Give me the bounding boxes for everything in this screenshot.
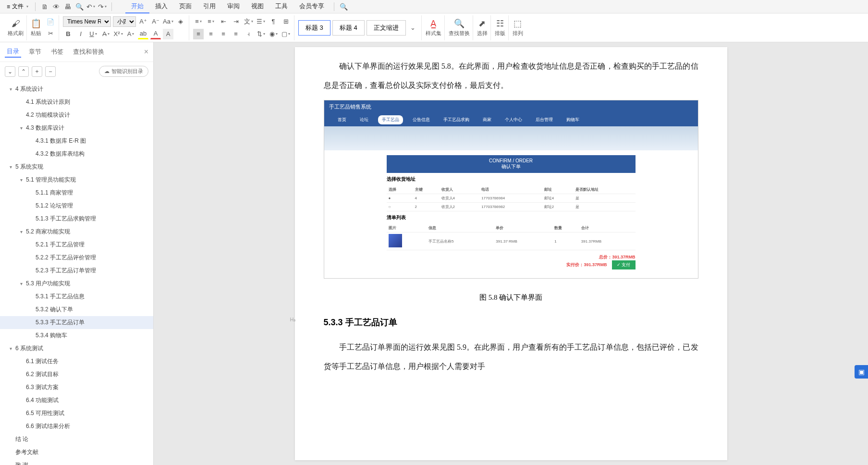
toc-item[interactable]: 6.3 测试方案 — [0, 381, 153, 394]
toc-item[interactable]: 5.3.4 购物车 — [0, 329, 153, 342]
redo-icon[interactable]: ↷▾ — [97, 1, 108, 12]
tab-review[interactable]: 审阅 — [221, 0, 245, 13]
smart-recognize-button[interactable]: ☁ 智能识别目录 — [99, 66, 148, 77]
increase-indent-button[interactable]: ⇥ — [231, 16, 241, 27]
change-case-button[interactable]: Aa▾ — [163, 16, 173, 27]
style-heading4[interactable]: 标题 4 — [332, 20, 365, 36]
toc-item[interactable]: ▾4 系统设计 — [0, 83, 153, 96]
toc-item[interactable]: 5.1.2 论坛管理 — [0, 199, 153, 212]
highlight-button[interactable]: ab — [138, 29, 148, 39]
italic-button[interactable]: I — [75, 29, 86, 39]
tab-member[interactable]: 会员专享 — [293, 0, 330, 13]
align-center-button[interactable]: ≡ — [206, 29, 216, 39]
align-left-button[interactable]: ≡ — [193, 29, 204, 39]
format-brush-button[interactable]: 🖌 格式刷 — [8, 19, 24, 37]
strikethrough-button[interactable]: A̶▾ — [100, 29, 111, 39]
add-button[interactable]: + — [32, 66, 42, 77]
save-icon[interactable]: 🗎 — [39, 1, 50, 12]
toc-item[interactable]: 致 谢 — [0, 459, 153, 465]
toc-item[interactable]: 6.6 测试结果分析 — [0, 420, 153, 433]
cut-button[interactable]: ✂ — [45, 28, 56, 39]
toc-item[interactable]: 5.3.2 确认下单 — [0, 303, 153, 316]
toc-item[interactable]: 5.2.3 手工艺品订单管理 — [0, 264, 153, 277]
tab-reference[interactable]: 引用 — [197, 0, 221, 13]
panel-tab-find[interactable]: 查找和替换 — [71, 47, 106, 57]
style-body-indent[interactable]: 正文缩进 — [367, 20, 406, 36]
remove-button[interactable]: − — [45, 66, 56, 77]
shading-button[interactable]: ◉▾ — [268, 29, 279, 39]
toc-item[interactable]: 5.1.1 商家管理 — [0, 186, 153, 199]
toc-item[interactable]: 5.2.2 手工艺品评价管理 — [0, 251, 153, 264]
toc-item[interactable]: 6.5 可用性测试 — [0, 407, 153, 420]
panel-tab-toc[interactable]: 目录 — [5, 46, 21, 58]
toc-item[interactable]: 参考文献 — [0, 446, 153, 459]
tab-view[interactable]: 视图 — [245, 0, 269, 13]
line-spacing-button[interactable]: ⇅▾ — [256, 29, 266, 39]
copy-button[interactable]: 📄 — [45, 17, 56, 27]
print-icon[interactable]: 🖶 — [62, 1, 73, 12]
search-icon[interactable]: 🔍 — [338, 1, 349, 12]
right-float-button[interactable]: ▣ — [855, 365, 868, 379]
tab-page[interactable]: 页面 — [173, 0, 197, 13]
distribute-button[interactable]: ⫞ — [243, 29, 254, 39]
borders-button[interactable]: ▢▾ — [281, 29, 291, 39]
font-size-select[interactable]: 小四 — [113, 16, 136, 27]
paste-button[interactable]: 📋 粘贴 — [31, 18, 41, 37]
border-button[interactable]: ⊞ — [281, 16, 291, 27]
print-preview-icon[interactable]: 👁 — [51, 1, 61, 12]
toc-item[interactable]: 4.3.1 数据库 E-R 图 — [0, 135, 153, 147]
style-set-button[interactable]: A̲ 样式集 — [426, 18, 441, 37]
toc-item[interactable]: 结 论 — [0, 433, 153, 446]
toc-item[interactable]: 5.2.1 手工艺品管理 — [0, 238, 153, 251]
decrease-indent-button[interactable]: ⇤ — [218, 16, 229, 27]
bullet-list-button[interactable]: ≡▾ — [193, 16, 204, 27]
decrease-font-button[interactable]: A⁻ — [150, 16, 161, 27]
collapse-up-button[interactable]: ⌃ — [18, 66, 29, 77]
style-heading3[interactable]: 标题 3 — [298, 20, 330, 36]
tab-start[interactable]: 开始 — [125, 0, 149, 13]
align-justify-button[interactable]: ≡ — [231, 29, 241, 39]
toc-item[interactable]: 6.2 测试目标 — [0, 368, 153, 381]
toc-item[interactable]: ▾5 系统实现 — [0, 160, 153, 173]
panel-tab-chapter[interactable]: 章节 — [27, 47, 43, 57]
toc-item[interactable]: ▾4.3 数据库设计 — [0, 122, 153, 135]
find-replace-button[interactable]: 🔍 查找替换 — [449, 18, 470, 37]
number-list-button[interactable]: ≡▾ — [206, 16, 216, 27]
tab-insert[interactable]: 插入 — [149, 0, 173, 13]
char-shading-button[interactable]: A — [163, 29, 173, 39]
arrange-button[interactable]: ⬚ 排列 — [513, 18, 523, 37]
toc-item[interactable]: 5.3.1 手工艺品信息 — [0, 290, 153, 303]
show-marks-button[interactable]: ¶ — [268, 16, 279, 27]
style-more-button[interactable]: ⌄ — [408, 23, 418, 33]
font-name-select[interactable]: Times New Roma — [63, 16, 111, 27]
layout-button[interactable]: ☷ 排版 — [495, 18, 505, 37]
document-area[interactable]: 确认下单界面的运行效果见图 5.8。在此界面，用户检查收货地址信息是否正确，检查… — [154, 42, 868, 465]
align-right-button[interactable]: ≡ — [218, 29, 229, 39]
emphasis-button[interactable]: A▾ — [125, 29, 136, 39]
select-button[interactable]: ⬈ 选择 — [477, 18, 488, 37]
toc-item[interactable]: 6.1 测试任务 — [0, 355, 153, 368]
toc-item[interactable]: ▾6 系统测试 — [0, 342, 153, 355]
toc-item[interactable]: 6.4 功能测试 — [0, 394, 153, 407]
superscript-button[interactable]: X²▾ — [113, 29, 123, 39]
panel-tab-bookmark[interactable]: 书签 — [49, 47, 65, 57]
sort-button[interactable]: ☰▾ — [256, 16, 266, 27]
file-menu[interactable]: ≡ 文件 ▾ — [4, 1, 31, 12]
toc-item[interactable]: 4.3.2 数据库表结构 — [0, 147, 153, 160]
toc-item[interactable]: ▾5.2 商家功能实现 — [0, 225, 153, 238]
toc-item[interactable]: ▾5.3 用户功能实现 — [0, 277, 153, 290]
text-direction-button[interactable]: 文▾ — [243, 16, 254, 27]
toc-item[interactable]: 4.1 系统设计原则 — [0, 96, 153, 109]
undo-icon[interactable]: ↶▾ — [86, 1, 96, 12]
font-color-button[interactable]: A — [150, 29, 161, 39]
panel-close-button[interactable]: × — [144, 48, 148, 56]
toc-item[interactable]: ▾5.1 管理员功能实现 — [0, 173, 153, 186]
bold-button[interactable]: B — [63, 29, 73, 39]
increase-font-button[interactable]: A⁺ — [138, 16, 148, 27]
toc-item[interactable]: 5.1.3 手工艺品求购管理 — [0, 212, 153, 225]
underline-button[interactable]: U▾ — [88, 29, 98, 39]
expand-down-button[interactable]: ⌄ — [5, 66, 15, 77]
clear-format-button[interactable]: ◈ — [175, 16, 186, 27]
preview-icon[interactable]: 🔍 — [74, 1, 85, 12]
toc-item[interactable]: 4.2 功能模块设计 — [0, 109, 153, 122]
